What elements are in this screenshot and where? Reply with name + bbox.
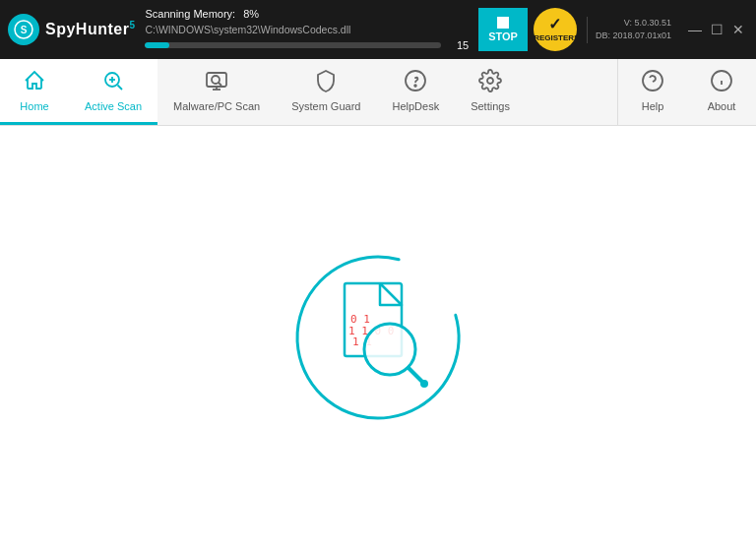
stop-label: STOP [488, 30, 518, 42]
about-icon [710, 69, 733, 96]
main-content: 0 1 1 1 0 0 1 1 [0, 126, 756, 548]
svg-point-15 [643, 71, 662, 91]
scan-label: Scanning Memory: [145, 8, 235, 20]
logo-icon: S [8, 14, 39, 45]
nav-label-helpdesk: HelpDesk [392, 100, 439, 112]
scan-file: C:\WINDOWS\system32\WindowsCodecs.dll [145, 24, 469, 35]
nav-label-help: Help [642, 100, 664, 112]
window-controls: — ☐ ✕ [677, 20, 748, 39]
register-button[interactable]: ✓ REGISTER! [534, 8, 577, 51]
svg-point-14 [487, 78, 493, 84]
nav-item-help[interactable]: Help [618, 59, 687, 125]
scan-percent: 8% [243, 8, 259, 20]
title-bar-actions: STOP ✓ REGISTER! V: 5.0.30.51 DB: 2018.0… [478, 8, 748, 51]
svg-line-10 [219, 83, 221, 86]
maximize-button[interactable]: ☐ [707, 20, 726, 39]
nav-item-active-scan[interactable]: Active Scan [69, 59, 158, 125]
nav-label-about: About [708, 100, 736, 112]
system-guard-icon [314, 69, 338, 96]
register-label: REGISTER! [534, 33, 577, 42]
helpdesk-icon [404, 69, 427, 96]
scan-animation: 0 1 1 1 0 0 1 1 [270, 229, 486, 446]
nav-label-home: Home [20, 100, 48, 112]
nav-item-about[interactable]: About [687, 59, 756, 125]
nav-bar: Home Active Scan Malware/PC Scan [0, 59, 756, 126]
svg-point-9 [212, 76, 220, 84]
nav-item-helpdesk[interactable]: HelpDesk [376, 59, 455, 125]
nav-label-active-scan: Active Scan [85, 100, 142, 112]
version-line2: DB: 2018.07.01x01 [596, 30, 671, 43]
nav-item-home[interactable]: Home [0, 59, 69, 125]
version-line1: V: 5.0.30.51 [596, 17, 671, 30]
logo-text: SpyHunter5 [45, 20, 135, 38]
home-icon [23, 69, 46, 96]
register-check-icon: ✓ [548, 17, 561, 32]
version-info: V: 5.0.30.51 DB: 2018.07.01x01 [587, 17, 671, 43]
progress-bar-fill [145, 42, 168, 48]
svg-text:S: S [21, 25, 28, 35]
nav-item-system-guard[interactable]: System Guard [276, 59, 376, 125]
help-icon [641, 69, 664, 96]
malware-scan-icon [205, 69, 228, 96]
nav-label-settings: Settings [471, 100, 510, 112]
svg-rect-6 [207, 73, 226, 87]
settings-icon [478, 69, 502, 96]
nav-label-malware-scan: Malware/PC Scan [173, 100, 260, 112]
progress-bar [145, 42, 441, 48]
title-bar: S SpyHunter5 Scanning Memory: 8% C:\WIND… [0, 0, 756, 59]
scan-status: Scanning Memory: 8% C:\WINDOWS\system32\… [135, 8, 478, 51]
scan-count: 15 [449, 39, 469, 51]
nav-spacer [526, 59, 617, 125]
stop-button[interactable]: STOP [478, 8, 528, 51]
svg-point-13 [414, 85, 416, 87]
svg-line-3 [118, 86, 123, 91]
scan-graphic: 0 1 1 1 0 0 1 1 [280, 239, 476, 436]
minimize-button[interactable]: — [685, 20, 705, 39]
nav-right: Help About [617, 59, 756, 125]
stop-icon [497, 17, 509, 29]
active-scan-icon [101, 69, 125, 96]
nav-label-system-guard: System Guard [291, 100, 360, 112]
logo: S SpyHunter5 [8, 14, 135, 45]
close-button[interactable]: ✕ [728, 20, 748, 39]
svg-point-27 [420, 380, 428, 388]
nav-item-malware-scan[interactable]: Malware/PC Scan [158, 59, 276, 125]
nav-item-settings[interactable]: Settings [455, 59, 526, 125]
